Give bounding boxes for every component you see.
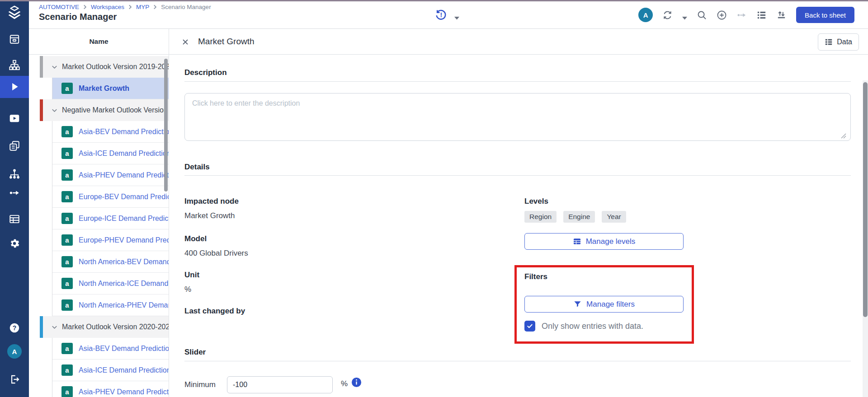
tree-item[interactable]: aAsia-BEV Demand Prediction: [52, 338, 169, 360]
tree-item[interactable]: aEurope-ICE Demand Prediction: [52, 208, 169, 229]
tree-item[interactable]: aAsia-ICE Demand Prediction: [52, 360, 169, 381]
tree-item[interactable]: aNorth America-BEV Demand Prediction: [52, 251, 169, 273]
history-dropdown-caret[interactable]: [454, 14, 459, 17]
unit-label: Unit: [184, 271, 199, 280]
group-color-bar: [40, 56, 43, 78]
gear-icon[interactable]: [9, 238, 20, 249]
chevron-down-icon[interactable]: [51, 64, 58, 70]
tree-group-negative-market-outlook[interactable]: Negative Market Outlook Version 2020: [40, 99, 169, 121]
tree-item[interactable]: aNorth America-ICE Demand Prediction: [52, 273, 169, 294]
info-icon[interactable]: [351, 377, 362, 388]
breadcrumb-automotive[interactable]: AUTOMOTIVE: [39, 4, 79, 10]
assumption-badge: a: [61, 169, 73, 181]
back-to-sheet-button[interactable]: Back to sheet: [796, 7, 854, 23]
data-button[interactable]: Data: [818, 33, 859, 51]
detail-content: Description Details Impacted node Market…: [169, 55, 868, 397]
detail-panel: Market Growth Data Description Details I…: [169, 29, 868, 397]
tree-item-market-growth[interactable]: a Market Growth: [52, 78, 169, 99]
chevron-down-icon[interactable]: [51, 107, 58, 114]
detail-tab-bar: Market Growth Data: [169, 29, 868, 55]
filters-heading: Filters: [524, 272, 547, 281]
manage-filters-label: Manage filters: [586, 300, 635, 309]
section-divider: [184, 361, 851, 361]
group-color-bar: [40, 99, 43, 121]
breadcrumb-myp[interactable]: MYP: [136, 4, 149, 10]
tree-group-label: Market Outlook Version 2020-2025: [62, 323, 169, 331]
breadcrumb-current: Scenario Manager: [161, 4, 211, 10]
only-show-entries-checkbox[interactable]: [524, 321, 535, 332]
scenario-tree: Market Outlook Version 2019-2024 a Marke…: [40, 56, 169, 397]
tree-item[interactable]: aAsia-PHEV Demand Prediction: [52, 164, 169, 186]
assumption-badge: a: [61, 386, 73, 397]
network-icon[interactable]: [9, 168, 20, 180]
help-icon[interactable]: ?: [9, 322, 20, 334]
assumption-badge: a: [61, 191, 73, 202]
archive-icon[interactable]: [9, 33, 20, 45]
history-icon[interactable]: !: [435, 9, 447, 21]
copy-icon[interactable]: [9, 140, 20, 152]
table-icon[interactable]: [9, 213, 20, 225]
play-icon[interactable]: [9, 81, 20, 93]
user-avatar[interactable]: A: [7, 344, 22, 359]
svg-text:!: !: [440, 11, 442, 19]
assumption-badge: a: [61, 278, 73, 289]
main-scrollbar-thumb[interactable]: [863, 82, 868, 317]
unit-value: %: [184, 285, 191, 294]
tree-item[interactable]: aAsia-PHEV Demand Prediction: [52, 381, 169, 397]
description-textarea[interactable]: [184, 93, 851, 141]
import-export-icon[interactable]: [776, 10, 787, 20]
level-chip-year: Year: [602, 211, 626, 223]
manage-filters-button[interactable]: Manage filters: [524, 296, 684, 313]
chevron-right-icon: [128, 5, 132, 9]
merge-arrow-icon[interactable]: [9, 187, 20, 199]
tree-item-label: Asia-BEV Demand Prediction: [79, 128, 169, 136]
description-heading: Description: [184, 68, 227, 77]
levels-heading: Levels: [524, 197, 548, 206]
tree-item[interactable]: aEurope-PHEV Demand Prediction: [52, 229, 169, 251]
table-icon: [573, 237, 581, 246]
svg-text:?: ?: [13, 324, 17, 332]
hierarchy-icon[interactable]: [9, 59, 20, 71]
tree-item-label: Europe-ICE Demand Prediction: [79, 215, 169, 223]
assumption-badge: a: [61, 343, 73, 354]
tree-item-label: Asia-ICE Demand Prediction: [79, 149, 169, 158]
breadcrumb-workspaces[interactable]: Workspaces: [91, 4, 124, 10]
chevron-down-icon[interactable]: [51, 324, 58, 331]
manage-levels-button[interactable]: Manage levels: [524, 233, 684, 250]
assumption-badge: a: [61, 299, 73, 311]
tree-item[interactable]: aEurope-BEV Demand Prediction: [52, 186, 169, 208]
minimum-input[interactable]: [227, 376, 333, 393]
tree-item-label: Asia-PHEV Demand Prediction: [79, 388, 169, 396]
forward-arrow-icon[interactable]: [736, 10, 747, 20]
assumption-badge: a: [61, 234, 73, 246]
tree-group-market-outlook-2020[interactable]: Market Outlook Version 2020-2025: [40, 316, 169, 338]
assumption-badge: a: [61, 213, 73, 224]
tree-item[interactable]: aAsia-BEV Demand Prediction: [52, 121, 169, 143]
assumption-badge: a: [61, 148, 73, 159]
assumption-badge: a: [61, 364, 73, 376]
chevron-right-icon: [153, 5, 157, 9]
add-circle-icon[interactable]: [717, 10, 727, 20]
tab-title: Market Growth: [198, 37, 255, 47]
tree-panel-header: Name: [29, 29, 169, 55]
page-title: Scenario Manager: [39, 12, 117, 22]
tree-group-market-outlook-2019[interactable]: Market Outlook Version 2019-2024: [40, 56, 169, 78]
logout-icon[interactable]: [9, 374, 20, 385]
list-icon[interactable]: [756, 10, 767, 20]
tree-item-label: North America-PHEV Demand Prediction: [79, 301, 169, 309]
presentation-icon[interactable]: [9, 112, 20, 124]
tree-scrollbar-thumb[interactable]: [164, 59, 168, 191]
assumption-badge: a: [61, 126, 73, 137]
app-logo[interactable]: [7, 5, 22, 20]
close-icon[interactable]: [182, 38, 189, 46]
manage-levels-label: Manage levels: [586, 237, 636, 246]
refresh-icon[interactable]: [662, 10, 673, 20]
search-icon[interactable]: [697, 10, 707, 20]
user-avatar[interactable]: A: [638, 8, 653, 22]
user-initial: A: [643, 11, 648, 19]
refresh-dropdown-caret[interactable]: [682, 14, 687, 17]
tree-item[interactable]: aAsia-ICE Demand Prediction: [52, 143, 169, 164]
group-color-bar: [40, 316, 43, 338]
tree-item[interactable]: aNorth America-PHEV Demand Prediction: [52, 294, 169, 316]
model-value: 400 Global Drivers: [184, 249, 248, 258]
